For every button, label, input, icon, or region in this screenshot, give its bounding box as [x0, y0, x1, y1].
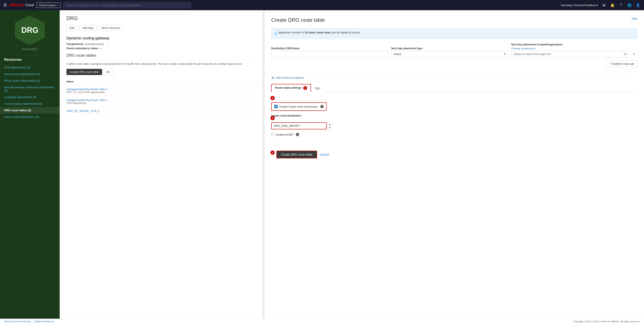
page-footer: Terms of Use and Privacy Cookie Preferen…	[0, 319, 644, 324]
advanced-options-label: Hide Advanced options	[276, 76, 304, 79]
tab-route-table-settings[interactable]: Route table settings 1	[271, 84, 311, 92]
redundancy-value: —	[100, 47, 102, 50]
route-table-settings-tab-label: Route table settings	[275, 86, 302, 89]
tab-content-route-settings: 2 Enable import route distribution i Imp…	[271, 96, 637, 142]
info-banner-text: Maximum number of 15 static route rules …	[278, 31, 360, 34]
info-banner: ℹ Maximum number of 15 static route rule…	[271, 28, 637, 39]
sidebar-item-loopback[interactable]: Loopback attachments (0)	[0, 94, 60, 100]
sidebar-item-drg-route-tables[interactable]: DRG route tables (3)	[0, 107, 60, 114]
remove-route-rule-button[interactable]: ×	[631, 51, 637, 57]
drg-hexagon-logo: DRG	[15, 15, 45, 45]
import-dist-wrapper: ▲ ▼	[271, 122, 332, 130]
tags-tab-label: Tags	[314, 86, 320, 90]
next-hop-type-select[interactable]: Select	[391, 51, 508, 57]
add-tags-button[interactable]: Add tags	[79, 25, 96, 31]
import-dist-down-button[interactable]: ▼	[328, 126, 332, 129]
destination-cidr-field: Destination CIDR block	[271, 47, 388, 57]
remove-button-cell: ×	[631, 51, 637, 57]
compartment-value: oraseemeaocid	[85, 42, 104, 46]
region-label: Germany Central (Frankfurt)	[561, 4, 596, 7]
route-table-link-1[interactable]: Autogenerated Drg Route Table f...	[66, 88, 109, 91]
enable-import-label: Enable import route distribution	[280, 105, 318, 108]
content-area: DRG Edit Add tags Move resource Dynamic …	[60, 10, 644, 324]
destination-cidr-input[interactable]	[271, 51, 388, 57]
resources-title: Resources	[0, 55, 60, 64]
import-dist-input[interactable]	[271, 122, 327, 130]
settings-icon: ⚙	[271, 76, 274, 80]
info-text-suffix: can be added at a time.	[331, 31, 360, 34]
route-table-link-2[interactable]: Autogenerated Drg Route Table f...	[66, 98, 109, 102]
region-chevron-icon: ▾	[596, 4, 598, 7]
enable-import-container: 2 Enable import route distribution i	[271, 98, 637, 111]
import-dist-up-button[interactable]: ▲	[328, 123, 332, 126]
ecmp-info-icon[interactable]: i	[296, 133, 299, 136]
sidebar-item-virtual-circuit[interactable]: Virtual circuit attachments (0)	[0, 71, 60, 78]
language-globe-icon[interactable]: 🌐	[627, 2, 632, 8]
move-resource-button[interactable]: Move resource	[98, 25, 123, 31]
add-route-rule-section: + Another route rule	[271, 61, 637, 67]
user-avatar-icon[interactable]: 👤	[636, 2, 640, 8]
import-distribution-field: Import route distribution 3 ▲ ▼	[271, 114, 637, 130]
panel-tabs: Route table settings 1 Tags	[271, 84, 637, 92]
next-hop-header: Next hop attachment in IwanHoogendoorn	[511, 43, 628, 46]
attachment-select-container: Select an attachment type first	[511, 51, 628, 57]
next-hop-type-field: Next hop attachment type Select	[391, 47, 508, 57]
column-name-header: Name	[66, 80, 74, 83]
region-selector[interactable]: Germany Central (Frankfurt) ▾	[561, 4, 598, 7]
route-table-link-3[interactable]: DRG_RT_SPOKE_VCN_2	[66, 109, 99, 112]
change-compartment-link[interactable]: (Change compartment)	[511, 47, 535, 50]
footer-copyright: Copyright © 2024, Oracle and/or its affi…	[573, 320, 640, 323]
drg-logo-text: DRG	[21, 26, 38, 35]
sidebar-item-ipsec-tunnel[interactable]: IPSec tunnel attachments (0)	[0, 78, 60, 84]
attachment-select-arrows[interactable]	[623, 52, 628, 56]
nav-icon-group: ⊞ 🔔 ? 🌐 👤	[602, 2, 640, 8]
cloud-classic-button[interactable]: Cloud Classic >	[36, 2, 60, 8]
attachment-placeholder-text: Select an attachment type first	[512, 51, 623, 57]
create-route-table-button[interactable]: Create DRG route table	[66, 69, 102, 75]
cancel-button[interactable]: Cancel	[320, 153, 329, 156]
create-route-table-panel: Create DRG route table Help ℹ Maximum nu…	[264, 10, 644, 324]
sidebar-item-cross-tenancy[interactable]: Cross-tenancy attachments (0)	[0, 100, 60, 107]
main-layout: DRG AVAILABLE Resources VCN attachments …	[0, 10, 644, 324]
next-hop-type-label: Next hop attachment type	[391, 47, 508, 50]
status-badge: AVAILABLE	[22, 48, 38, 51]
enable-import-checkbox[interactable]	[274, 105, 278, 108]
create-route-table-submit-button[interactable]: Create DRG route table	[276, 151, 317, 158]
panel-bottom-actions: 4 Create DRG route table Cancel	[271, 147, 637, 158]
ec-button[interactable]: Ec	[104, 69, 113, 75]
help-question-icon[interactable]: ?	[618, 2, 624, 8]
import-dist-container: 3 ▲ ▼	[271, 118, 332, 130]
create-button-container: 4 Create DRG route table	[271, 151, 317, 158]
console-icon[interactable]: ⊞	[602, 2, 606, 8]
footer-left: Terms of Use and Privacy Cookie Preferen…	[4, 320, 54, 323]
compartment-label: Compartment:	[66, 43, 84, 46]
enable-import-info-icon[interactable]: i	[320, 105, 324, 108]
add-another-route-rule-button[interactable]: + Another route rule	[606, 61, 637, 67]
search-input[interactable]	[63, 2, 191, 8]
advanced-options-toggle[interactable]: ⚙ Hide Advanced options	[271, 76, 637, 80]
top-navigation: ☰ ORACLE Cloud Cloud Classic > Germany C…	[0, 0, 644, 10]
terms-link[interactable]: Terms of Use and Privacy	[4, 320, 31, 323]
sidebar-item-vcn-attachments[interactable]: VCN attachments (4)	[0, 64, 60, 71]
enable-ecmp-label: Enable ECMP	[276, 133, 294, 136]
panel-help-link[interactable]: Help	[632, 17, 637, 20]
info-circle-icon: ℹ	[275, 31, 276, 36]
next-hop-type-wrapper: Select	[391, 51, 508, 57]
import-dist-stepper: ▲ ▼	[328, 122, 332, 129]
oracle-text: ORACLE	[10, 3, 24, 7]
redundancy-label: Oracle redundancy status:	[66, 47, 99, 50]
import-dist-label: Import route distribution	[271, 114, 637, 117]
edit-button[interactable]: Edit	[66, 25, 78, 31]
tab-tags[interactable]: Tags	[311, 84, 324, 92]
sidebar-item-import-route[interactable]: Import route distributions (3)	[0, 114, 60, 120]
route-rule-row: Destination CIDR block Next hop attachme…	[271, 43, 637, 57]
notification-bell-icon[interactable]: 🔔	[610, 2, 615, 8]
oracle-logo: ORACLE Cloud	[10, 3, 34, 7]
ecmp-row: Enable ECMP i	[271, 133, 637, 136]
step-number-4: 4	[270, 150, 275, 155]
step-number-2: 2	[270, 96, 275, 100]
hamburger-menu[interactable]: ☰	[4, 3, 7, 8]
sidebar-item-remote-peering[interactable]: Remote peering connection attachments (0…	[0, 84, 60, 94]
enable-ecmp-checkbox[interactable]	[271, 133, 274, 136]
cookie-preferences-link[interactable]: Cookie Preferences	[34, 320, 54, 323]
